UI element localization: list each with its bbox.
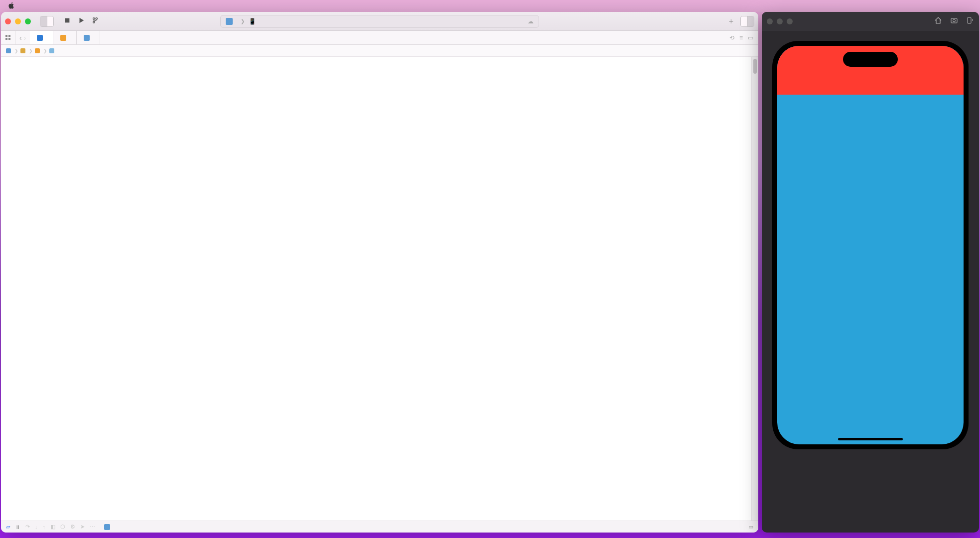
project-file-icon xyxy=(84,35,90,41)
svg-rect-3 xyxy=(5,38,7,40)
screenshot-icon[interactable] xyxy=(950,16,958,26)
svg-rect-2 xyxy=(8,35,10,37)
close-button[interactable] xyxy=(5,18,11,24)
adjust-editor-icon[interactable]: ≡ xyxy=(739,34,743,41)
inspector-toggle[interactable] xyxy=(740,16,754,27)
run-controls xyxy=(64,17,99,26)
chevron-right-icon: ❯ xyxy=(14,48,18,53)
jump-bar[interactable]: ❯ ❯ ❯ xyxy=(1,45,758,57)
stop-button[interactable] xyxy=(64,17,71,26)
simulator-window xyxy=(762,12,979,533)
svg-rect-1 xyxy=(5,35,7,37)
svg-rect-7 xyxy=(968,17,971,23)
apple-icon[interactable] xyxy=(8,2,15,10)
editor-options-icon[interactable]: ▭ xyxy=(748,34,753,41)
chevron-right-icon: ❯ xyxy=(29,48,33,53)
vertical-scrollbar[interactable] xyxy=(751,57,758,521)
window-controls xyxy=(5,18,40,24)
breakpoint-toggle-icon[interactable]: ▱ xyxy=(6,524,10,530)
project-icon xyxy=(226,18,233,25)
related-items-icon[interactable] xyxy=(5,33,11,42)
code-editor[interactable] xyxy=(26,57,751,521)
tab-viewcontroller[interactable] xyxy=(30,31,53,44)
more-icon[interactable]: ⋯ xyxy=(90,524,95,530)
zoom-button[interactable] xyxy=(787,18,793,24)
tab-project[interactable] xyxy=(77,31,100,44)
minimize-button[interactable] xyxy=(15,18,21,24)
xcode-toolbar: ❯ 📱 ☁︎ + xyxy=(1,12,758,31)
location-icon[interactable]: ➤ xyxy=(80,524,85,530)
zoom-button[interactable] xyxy=(25,18,31,24)
debug-bar: ▱ ⏸ ↷ ↓ ↑ ◧ ⬡ ⚙ ➤ ⋯ ▭ xyxy=(1,521,758,533)
step-over-icon[interactable]: ↷ xyxy=(25,524,30,530)
scrollbar-thumb[interactable] xyxy=(753,59,757,74)
tab-bar: ‹ › ⟲ ≡ ▭ xyxy=(1,31,758,45)
xcode-window: ❯ 📱 ☁︎ + ‹ › xyxy=(1,12,758,533)
library-button[interactable]: + xyxy=(729,17,733,26)
step-into-icon[interactable]: ↓ xyxy=(35,524,38,530)
home-button-icon[interactable] xyxy=(934,16,942,26)
macos-menubar xyxy=(0,0,980,12)
iphone-frame xyxy=(772,41,969,449)
cloud-icon: ☁︎ xyxy=(528,18,534,25)
chevron-right-icon: ❯ xyxy=(241,18,245,24)
svg-rect-5 xyxy=(951,18,957,23)
sim-window-controls xyxy=(767,18,802,24)
svg-point-6 xyxy=(953,19,956,22)
swift-file-icon xyxy=(60,35,66,41)
toggle-debug-area-icon[interactable]: ▭ xyxy=(748,524,753,530)
dynamic-island xyxy=(843,52,898,67)
line-gutter[interactable] xyxy=(3,57,26,521)
simulator-content xyxy=(762,31,979,533)
run-button[interactable] xyxy=(78,17,85,26)
app-icon xyxy=(104,524,110,530)
simulator-titlebar xyxy=(762,12,979,31)
forward-button[interactable]: › xyxy=(24,34,26,42)
close-button[interactable] xyxy=(767,18,773,24)
editor-area xyxy=(1,57,758,521)
chevron-right-icon: ❯ xyxy=(43,48,47,53)
minimize-button[interactable] xyxy=(777,18,783,24)
environment-icon[interactable]: ⚙ xyxy=(70,524,75,530)
svg-rect-0 xyxy=(65,18,70,22)
branch-icon[interactable] xyxy=(92,17,99,26)
tab-appdelegate[interactable] xyxy=(53,31,77,44)
toolbar-right: + xyxy=(729,16,754,27)
swift-file-icon xyxy=(35,48,40,53)
project-icon xyxy=(6,48,11,53)
navigator-toggle[interactable] xyxy=(40,16,54,27)
memory-graph-icon[interactable]: ⬡ xyxy=(60,524,65,530)
swift-file-icon xyxy=(37,35,43,41)
method-icon xyxy=(49,48,54,53)
activity-status[interactable]: ❯ 📱 ☁︎ xyxy=(220,15,539,28)
folder-icon xyxy=(20,48,25,53)
change-bar xyxy=(1,57,3,521)
debug-view-icon[interactable]: ◧ xyxy=(50,524,55,530)
iphone-screen[interactable] xyxy=(777,46,964,444)
pause-icon[interactable]: ⏸ xyxy=(15,524,20,530)
refresh-icon[interactable]: ⟲ xyxy=(729,34,734,41)
home-indicator[interactable] xyxy=(838,438,903,440)
svg-rect-4 xyxy=(8,38,10,40)
back-button[interactable]: ‹ xyxy=(19,34,22,42)
step-out-icon[interactable]: ↑ xyxy=(43,524,46,530)
phone-icon: 📱 xyxy=(249,18,256,25)
rotate-icon[interactable] xyxy=(966,16,974,26)
